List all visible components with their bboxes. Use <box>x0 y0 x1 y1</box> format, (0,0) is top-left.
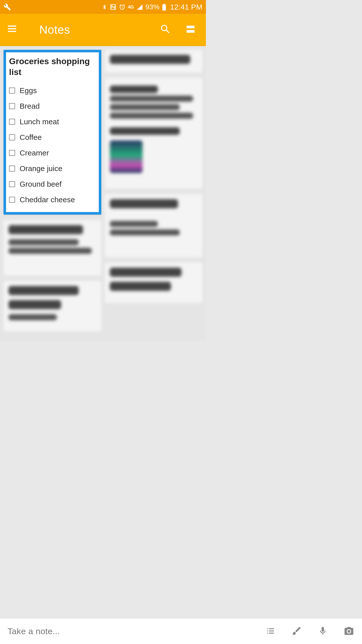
note-card-blurred[interactable] <box>105 263 203 303</box>
battery-icon <box>162 4 166 11</box>
note-card-blurred[interactable] <box>105 78 203 189</box>
note-checklist: Eggs Bread Lunch meat Coffee Creamer Ora… <box>9 83 96 208</box>
checklist-item[interactable]: Coffee <box>9 130 96 145</box>
checklist-item[interactable]: Creamer <box>9 145 96 161</box>
svg-rect-1 <box>187 26 195 28</box>
note-title: Groceries shopping list <box>9 56 96 77</box>
status-left <box>4 3 11 11</box>
checklist-item-label: Bread <box>20 102 40 110</box>
svg-rect-2 <box>187 30 195 33</box>
note-card-blurred[interactable] <box>4 220 101 275</box>
page-title: Notes <box>39 23 70 36</box>
note-card-blurred[interactable] <box>105 50 203 72</box>
checklist-item-label: Cheddar cheese <box>20 195 75 204</box>
hamburger-icon <box>7 24 18 36</box>
checklist-item-label: Orange juice <box>20 164 62 173</box>
status-right: 4G 93% 12:41 PM <box>102 3 202 11</box>
checkbox-icon[interactable] <box>9 88 15 94</box>
checklist-item[interactable]: Lunch meat <box>9 114 96 130</box>
checklist-item[interactable]: Orange juice <box>9 161 96 176</box>
nfc-icon <box>110 4 116 10</box>
checkbox-icon[interactable] <box>9 181 15 187</box>
network-4g-icon: 4G <box>128 5 134 9</box>
battery-percent: 93% <box>146 3 160 11</box>
status-bar: 4G 93% 12:41 PM <box>0 0 206 14</box>
search-icon <box>160 23 171 36</box>
checklist-item-label: Ground beef <box>20 180 62 188</box>
signal-icon <box>137 4 143 10</box>
thumbnail-icon <box>110 140 143 173</box>
note-card-blurred[interactable] <box>4 281 101 331</box>
app-bar: Notes <box>0 14 206 46</box>
checkbox-icon[interactable] <box>9 150 15 156</box>
checkbox-icon[interactable] <box>9 197 15 203</box>
checklist-item[interactable]: Eggs <box>9 83 96 98</box>
checkbox-icon[interactable] <box>9 166 15 172</box>
search-button[interactable] <box>157 23 174 36</box>
alarm-icon <box>119 4 125 10</box>
clock-time: 12:41 PM <box>170 3 202 11</box>
bluetooth-icon <box>102 4 107 10</box>
checklist-item[interactable]: Cheddar cheese <box>9 192 96 208</box>
notes-grid: Groceries shopping list Eggs Bread Lunch… <box>0 46 206 341</box>
note-card-blurred[interactable] <box>105 194 203 257</box>
checklist-item-label: Creamer <box>20 149 49 157</box>
view-toggle-button[interactable] <box>182 24 199 35</box>
checkbox-icon[interactable] <box>9 103 15 109</box>
checklist-item[interactable]: Ground beef <box>9 176 96 192</box>
menu-button[interactable] <box>7 24 24 36</box>
checkbox-icon[interactable] <box>9 119 15 125</box>
view-agenda-icon <box>185 24 196 35</box>
checklist-item-label: Eggs <box>20 86 37 95</box>
checklist-item-label: Coffee <box>20 133 42 142</box>
checkbox-icon[interactable] <box>9 134 15 140</box>
note-card-groceries[interactable]: Groceries shopping list Eggs Bread Lunch… <box>4 50 101 215</box>
checklist-item[interactable]: Bread <box>9 98 96 114</box>
wrench-icon <box>4 3 11 11</box>
checklist-item-label: Lunch meat <box>20 117 59 126</box>
